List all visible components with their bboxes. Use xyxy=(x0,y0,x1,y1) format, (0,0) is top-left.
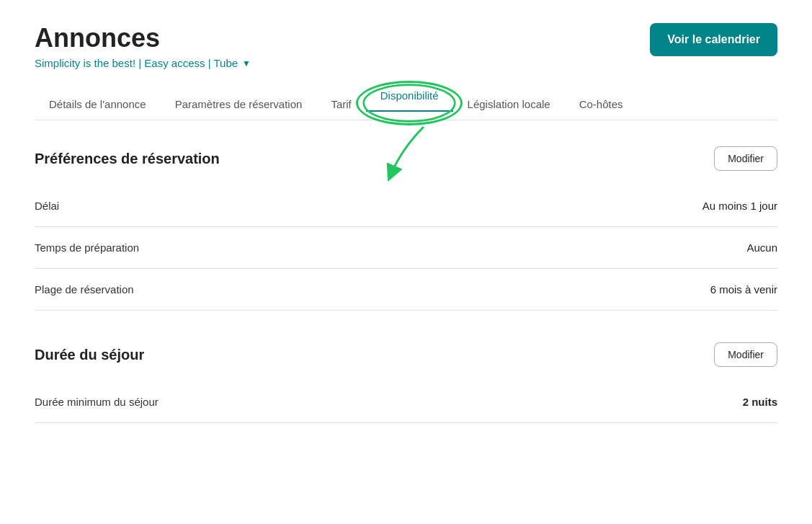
nav-tabs: Détails de l'annonce Paramètres de réser… xyxy=(35,89,777,120)
delai-value: Au moins 1 jour xyxy=(702,200,777,212)
tab-tarif[interactable]: Tarif xyxy=(316,89,365,120)
duree-min-row: Durée minimum du séjour 2 nuits xyxy=(35,381,777,423)
preferences-section: Préférences de réservation Modifier Déla… xyxy=(35,146,777,311)
subtitle-link[interactable]: Simplicity is the best! | Easy access | … xyxy=(35,57,251,69)
duree-modify-button[interactable]: Modifier xyxy=(714,342,777,367)
tab-legislation[interactable]: Législation locale xyxy=(453,89,565,120)
preferences-modify-button[interactable]: Modifier xyxy=(714,146,777,171)
tab-details[interactable]: Détails de l'annonce xyxy=(35,89,161,120)
page-header: Annonces Simplicity is the best! | Easy … xyxy=(35,23,777,69)
duree-min-value: 2 nuits xyxy=(743,396,777,408)
preparation-value: Aucun xyxy=(746,241,777,254)
subtitle-text: Simplicity is the best! | Easy access | … xyxy=(35,57,238,69)
preferences-title: Préférences de réservation xyxy=(35,151,220,167)
preparation-label: Temps de préparation xyxy=(35,241,139,254)
preparation-row: Temps de préparation Aucun xyxy=(35,227,777,269)
plage-label: Plage de réservation xyxy=(35,283,134,296)
duree-title: Durée du séjour xyxy=(35,347,144,363)
delai-row: Délai Au moins 1 jour xyxy=(35,185,777,227)
tab-parametres[interactable]: Paramètres de réservation xyxy=(161,89,317,120)
plage-row: Plage de réservation 6 mois à venir xyxy=(35,269,777,311)
tab-cohotes[interactable]: Co-hôtes xyxy=(565,89,638,120)
preferences-section-header: Préférences de réservation Modifier xyxy=(35,146,777,171)
duree-section-header: Durée du séjour Modifier xyxy=(35,342,777,367)
duree-min-label: Durée minimum du séjour xyxy=(35,396,159,408)
duree-section: Durée du séjour Modifier Durée minimum d… xyxy=(35,342,777,423)
delai-label: Délai xyxy=(35,200,59,212)
chevron-down-icon: ▼ xyxy=(242,58,251,68)
header-left: Annonces Simplicity is the best! | Easy … xyxy=(35,23,251,69)
tab-disponibilite-wrapper: Disponibilité xyxy=(366,89,453,120)
view-calendar-button[interactable]: Voir le calendrier xyxy=(650,23,777,56)
plage-value: 6 mois à venir xyxy=(710,283,777,296)
page-title: Annonces xyxy=(35,23,251,53)
tab-disponibilite[interactable]: Disponibilité xyxy=(366,81,453,112)
